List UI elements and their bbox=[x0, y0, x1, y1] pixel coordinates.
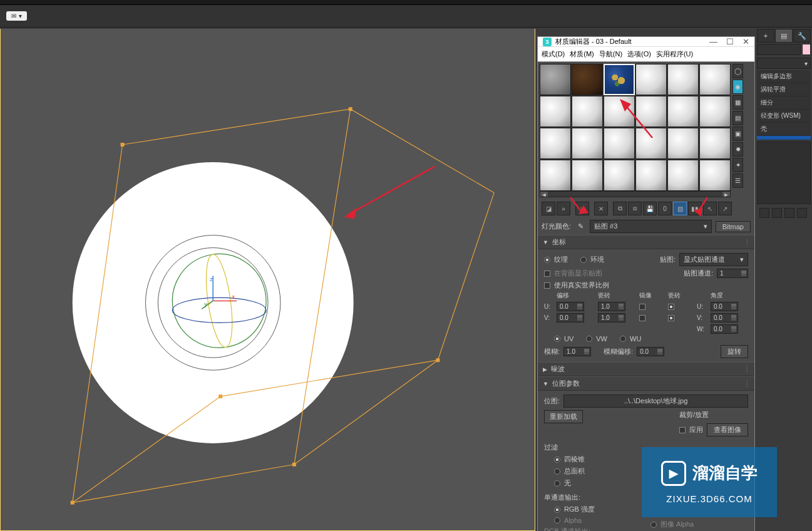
v-offset[interactable]: 0.0 bbox=[557, 313, 584, 322]
material-id-icon[interactable]: 0 bbox=[658, 202, 672, 215]
make-unique-icon[interactable]: ✦ bbox=[732, 158, 743, 172]
vw-radio[interactable] bbox=[586, 336, 592, 342]
video-icon[interactable]: ▣ bbox=[732, 126, 743, 141]
v-tile-check[interactable] bbox=[668, 315, 674, 321]
minimize-button[interactable]: — bbox=[709, 37, 717, 46]
u-mirror-check[interactable] bbox=[639, 304, 645, 310]
sample-slot-20[interactable] bbox=[604, 160, 635, 191]
texture-radio[interactable] bbox=[544, 257, 550, 263]
checker-icon[interactable]: ▦ bbox=[732, 95, 743, 110]
go-to-parent-icon[interactable]: ↖ bbox=[703, 202, 717, 215]
channel-spinner[interactable]: 1 bbox=[717, 269, 748, 278]
sample-slot-19[interactable] bbox=[572, 160, 603, 191]
sample-slot-11[interactable] bbox=[699, 96, 731, 127]
map-name-dropdown[interactable]: 贴图 #3▾ bbox=[590, 220, 712, 233]
menu-material[interactable]: 材质(M) bbox=[570, 49, 594, 59]
close-button[interactable]: ✕ bbox=[743, 37, 749, 46]
w-angle[interactable]: 0.0 bbox=[711, 324, 738, 334]
sample-slot-13[interactable] bbox=[572, 128, 603, 159]
dialog-titlebar[interactable]: 3 材质编辑器 - 03 - Default — ☐ ✕ bbox=[538, 37, 754, 47]
blur-spinner[interactable]: 1.0 bbox=[563, 347, 591, 356]
sample-slot-17[interactable] bbox=[699, 128, 731, 159]
u-tile-check[interactable] bbox=[668, 304, 674, 310]
uv-radio[interactable] bbox=[554, 336, 560, 342]
put-to-scene-icon[interactable]: » bbox=[557, 202, 570, 215]
bluroff-spinner[interactable]: 0.0 bbox=[637, 347, 664, 356]
environ-radio[interactable] bbox=[580, 257, 587, 263]
sample-slot-12[interactable] bbox=[540, 128, 571, 159]
sample-slot-1[interactable] bbox=[572, 64, 603, 95]
get-material-icon[interactable]: ◪ bbox=[542, 202, 555, 215]
menu-options[interactable]: 选项(O) bbox=[627, 49, 651, 59]
u-tiling[interactable]: 1.0 bbox=[598, 302, 625, 311]
filter-pyramidal-radio[interactable] bbox=[554, 456, 560, 463]
mod-editpoly[interactable]: 编辑多边形 bbox=[757, 70, 811, 83]
pin-icon[interactable] bbox=[759, 208, 769, 218]
v-angle[interactable]: 0.0 bbox=[711, 313, 738, 322]
mod-turbosmooth[interactable]: 涡轮平滑 bbox=[757, 83, 811, 96]
bitmap-path-button[interactable]: ..\..\Desktop\地球.jpg bbox=[563, 394, 748, 408]
object-name-field[interactable] bbox=[757, 44, 801, 55]
sample-slot-23[interactable] bbox=[699, 160, 731, 191]
sample-slot-3[interactable] bbox=[635, 64, 667, 95]
show-end-result-icon[interactable]: ▮▮ bbox=[688, 202, 702, 215]
configure-icon[interactable] bbox=[797, 208, 807, 218]
show-end-icon[interactable] bbox=[772, 208, 782, 218]
layout-icon[interactable]: ☰ bbox=[732, 173, 743, 188]
apply-check[interactable] bbox=[679, 427, 686, 433]
rotate-button[interactable]: 旋转 bbox=[721, 345, 748, 358]
modifier-list-dropdown[interactable]: ▾ bbox=[757, 58, 811, 69]
mod-pathdeform[interactable]: 径变形 (WSM) bbox=[757, 110, 811, 123]
show-in-viewport-icon[interactable]: ▧ bbox=[673, 202, 687, 215]
backlight-icon[interactable]: ◉ bbox=[732, 80, 743, 94]
sample-slot-15[interactable] bbox=[635, 128, 667, 159]
sample-slot-6[interactable] bbox=[540, 96, 571, 127]
sample-slot-5[interactable] bbox=[699, 64, 731, 95]
sample-slot-7[interactable] bbox=[572, 96, 603, 127]
sample-slot-18[interactable] bbox=[540, 160, 571, 191]
color-swatch[interactable] bbox=[802, 44, 811, 55]
slot-hscroll[interactable]: ◄► bbox=[540, 191, 731, 197]
sample-slot-8[interactable] bbox=[604, 96, 635, 127]
map-channel-dropdown[interactable]: 显式贴图通道▾ bbox=[679, 253, 748, 266]
v-tiling[interactable]: 1.0 bbox=[598, 313, 625, 322]
reload-button[interactable]: 重新加载 bbox=[544, 410, 583, 423]
mono-alpha-radio[interactable] bbox=[554, 517, 560, 523]
sample-slot-14[interactable] bbox=[604, 128, 635, 159]
sample-slot-21[interactable] bbox=[635, 160, 667, 191]
type-button[interactable]: Bitmap bbox=[716, 221, 751, 232]
panel-tab-utils[interactable]: 🔧 bbox=[793, 29, 811, 43]
mono-rgb-radio[interactable] bbox=[554, 507, 560, 513]
sample-uv-icon[interactable]: ▤ bbox=[732, 111, 743, 125]
view-image-button[interactable]: 查看图像 bbox=[707, 423, 748, 436]
wu-radio[interactable] bbox=[620, 336, 626, 342]
panel-tab-create[interactable]: + bbox=[757, 29, 774, 43]
sample-slot-10[interactable] bbox=[667, 96, 699, 127]
mod-selected[interactable] bbox=[757, 136, 811, 140]
eyedropper-icon[interactable]: ✎ bbox=[575, 221, 586, 232]
menu-utilities[interactable]: 实用程序(U) bbox=[656, 49, 693, 59]
sample-slot-16[interactable] bbox=[667, 128, 699, 159]
sample-type-icon[interactable]: ◯ bbox=[732, 64, 743, 78]
filter-none-radio[interactable] bbox=[554, 480, 560, 487]
mod-subdivide[interactable]: 细分 bbox=[757, 96, 811, 110]
reset-icon[interactable]: ✕ bbox=[594, 202, 608, 215]
menu-mode[interactable]: 模式(D) bbox=[542, 49, 565, 59]
mod-shell[interactable]: 壳 bbox=[757, 123, 811, 136]
modifier-stack[interactable] bbox=[757, 142, 811, 204]
sample-slot-9[interactable] bbox=[635, 96, 667, 127]
options-icon[interactable]: ✹ bbox=[732, 142, 743, 157]
sample-slot-0[interactable] bbox=[540, 64, 571, 95]
sample-slot-4[interactable] bbox=[667, 64, 699, 95]
rollout-noise-head[interactable]: ▶ 噪波 ┊ bbox=[538, 362, 754, 376]
rollout-coords-head[interactable]: ▼ 坐标 ┊ bbox=[538, 235, 754, 249]
go-forward-icon[interactable]: ↗ bbox=[718, 202, 732, 215]
u-offset[interactable]: 0.0 bbox=[557, 302, 584, 311]
u-angle[interactable]: 0.0 bbox=[711, 302, 738, 311]
show-back-check[interactable] bbox=[544, 271, 550, 277]
realworld-check[interactable] bbox=[544, 282, 550, 289]
sample-slot-22[interactable] bbox=[667, 160, 699, 191]
sample-slot-2[interactable] bbox=[604, 64, 635, 95]
put-to-library-icon[interactable]: 💾 bbox=[643, 202, 657, 215]
rollout-bitmap-head[interactable]: ▼ 位图参数 ┊ bbox=[538, 376, 754, 391]
